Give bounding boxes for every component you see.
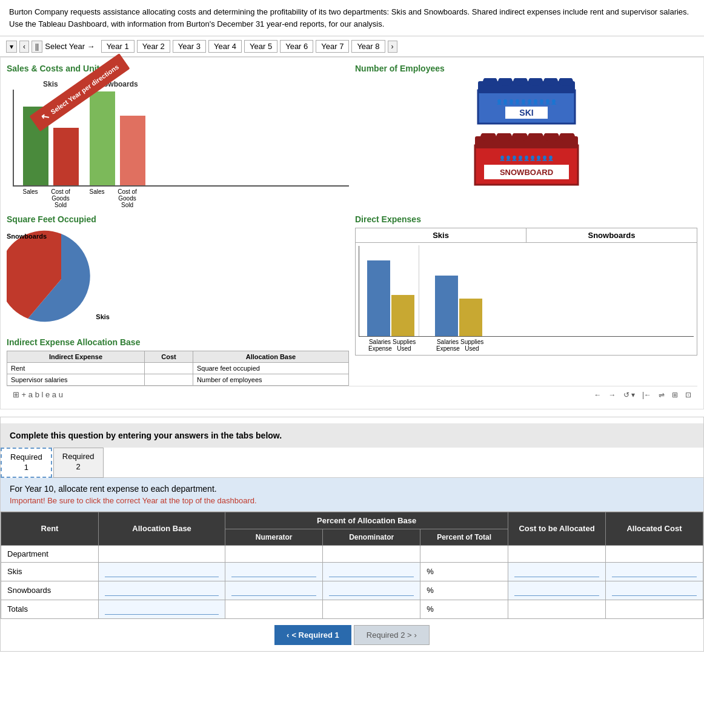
direct-expenses-title: Direct Expenses xyxy=(355,214,697,224)
year-tab-7[interactable]: Year 7 xyxy=(316,40,349,53)
table-row-dept-label: Department xyxy=(1,545,703,562)
skis-alloc-base-input[interactable] xyxy=(105,566,219,577)
col-numerator-header: Numerator xyxy=(225,529,323,545)
skis-numerator-input[interactable] xyxy=(231,566,316,577)
svg-text:👤👤👤👤👤👤👤👤👤: 👤👤👤👤👤👤👤👤👤 xyxy=(499,155,554,161)
required1-button[interactable]: ‹ < Required 1 xyxy=(274,625,351,645)
snowboards-percent-cell: % xyxy=(420,581,508,600)
nav-right-btn[interactable]: › xyxy=(388,41,397,53)
dept-denominator-cell xyxy=(323,545,420,562)
bottom-navigation: ‹ < Required 1 Required 2 > › xyxy=(1,619,703,651)
indirect-col-allocation: Allocation Base xyxy=(193,351,348,363)
toolbar-share-icon[interactable]: ⇌ xyxy=(659,391,665,399)
rent-allocation-table: Rent Allocation Base Percent of Allocati… xyxy=(1,512,703,619)
col-percent-total-header: Percent of Total xyxy=(420,529,508,545)
square-feet-section: Square Feet Occupied Snowboards Skis xyxy=(7,214,349,386)
instruction-warning: Important! Be sure to click the correct … xyxy=(10,496,694,505)
snowboards-denominator-input[interactable] xyxy=(329,585,414,596)
de-axis-skis-supplies: SuppliesUsed xyxy=(393,339,416,352)
tableau-footer: ⊞ + a b l e a u ← → ↺ ▾ |← ⇌ ⊞ ⊡ xyxy=(7,386,697,403)
bar-skis-cogs xyxy=(53,128,79,185)
direct-skis-header: Skis xyxy=(356,228,526,242)
tableau-toolbar[interactable]: ← → ↺ ▾ |← ⇌ ⊞ ⊡ xyxy=(594,391,691,399)
indirect-supervisor-allocation: Number of employees xyxy=(193,374,348,386)
arrow-icon: ↖ xyxy=(38,110,51,124)
snowboards-alloc-base-cell[interactable] xyxy=(98,581,225,600)
col-rent-header: Rent xyxy=(1,512,99,545)
snowboards-numerator-input[interactable] xyxy=(231,585,316,596)
year-tab-6[interactable]: Year 6 xyxy=(280,40,313,53)
skis-alloc-base-cell[interactable] xyxy=(98,562,225,581)
toolbar-grid-icon[interactable]: ⊞ xyxy=(672,391,678,399)
required2-chevron-right: › xyxy=(414,630,417,640)
intro-text: Burton Company requests assistance alloc… xyxy=(0,0,704,36)
sales-costs-title: Sales & Costs and Units Sold xyxy=(7,64,349,73)
snowboards-alloc-base-input[interactable] xyxy=(105,585,219,596)
totals-cost-allocated-cell xyxy=(508,600,606,618)
col-allocation-base-header: Allocation Base xyxy=(98,512,225,545)
svg-text:SNOWBOARD: SNOWBOARD xyxy=(499,168,553,177)
dept-numerator-cell xyxy=(225,545,323,562)
indirect-expense-table: Indirect Expense Cost Allocation Base Re… xyxy=(7,351,349,386)
nav-left-btn[interactable]: ‹ xyxy=(19,41,29,53)
totals-alloc-base-cell[interactable] xyxy=(98,600,225,618)
tab-required1[interactable]: Required1 xyxy=(1,448,52,478)
indirect-row-rent: Rent Square feet occupied xyxy=(7,363,349,374)
indirect-supervisor-label: Supervisor salaries xyxy=(7,374,145,386)
skis-numerator-cell[interactable] xyxy=(225,562,323,581)
year-tab-4[interactable]: Year 4 xyxy=(208,40,242,53)
svg-text:SKI: SKI xyxy=(519,108,533,117)
snowboards-allocated-cost-cell[interactable] xyxy=(606,581,703,600)
skis-denominator-input[interactable] xyxy=(329,566,414,577)
required1-chevron-left: ‹ xyxy=(287,630,289,640)
select-year-label: Select Year → xyxy=(45,42,95,51)
snowboards-allocated-cost-input[interactable] xyxy=(612,585,697,596)
snowboards-numerator-cell[interactable] xyxy=(225,581,323,600)
bar-skis-salaries xyxy=(367,260,390,336)
tab-required2[interactable]: Required2 xyxy=(53,448,104,478)
tableau-logo: ⊞ + a b l e a u xyxy=(13,390,63,399)
axis-label-snow-cogs: Cost ofGoods Sold xyxy=(115,188,140,208)
required2-button[interactable]: Required 2 > › xyxy=(354,625,430,645)
snowboards-cost-allocated-cell[interactable] xyxy=(508,581,606,600)
nav-pause-btn[interactable]: || xyxy=(32,41,42,53)
col-denominator-header: Denominator xyxy=(323,529,420,545)
toolbar-forward-icon[interactable]: → xyxy=(609,391,616,399)
totals-denominator-cell xyxy=(323,600,420,618)
bar-snowboards-sales xyxy=(90,91,115,185)
pie-skis-label: Skis xyxy=(96,313,110,320)
toolbar-refresh-icon[interactable]: ↺ ▾ xyxy=(623,391,635,399)
skis-denominator-cell[interactable] xyxy=(323,562,420,581)
svg-text:👤👤👤👤👤👤👤👤👤👤: 👤👤👤👤👤👤👤👤👤👤 xyxy=(496,99,557,105)
skis-allocated-cost-cell[interactable] xyxy=(606,562,703,581)
required1-button-label: < Required 1 xyxy=(291,630,339,640)
snowboards-cost-allocated-input[interactable] xyxy=(514,585,599,596)
skis-allocated-cost-input[interactable] xyxy=(612,566,697,577)
totals-alloc-base-input[interactable] xyxy=(105,604,219,615)
sales-costs-section: Sales & Costs and Units Sold ↖ Select Ye… xyxy=(7,64,349,208)
totals-numerator-cell xyxy=(225,600,323,618)
bar-snowboards-cogs xyxy=(120,116,145,185)
year-tab-3[interactable]: Year 3 xyxy=(173,40,206,53)
skis-chart-label: Skis xyxy=(43,80,58,88)
toolbar-fullscreen-icon[interactable]: ⊡ xyxy=(685,391,691,399)
dept-percent-cell xyxy=(420,545,508,562)
toolbar-back-icon[interactable]: ← xyxy=(594,391,602,399)
skis-label-cell: Skis xyxy=(1,562,99,581)
year-tab-2[interactable]: Year 2 xyxy=(137,40,170,53)
year-tab-8[interactable]: Year 8 xyxy=(351,40,385,53)
nav-dropdown-btn[interactable]: ▾ xyxy=(6,41,17,53)
year-tab-1[interactable]: Year 1 xyxy=(101,40,134,53)
dept-allocated-cost-cell xyxy=(606,545,703,562)
bar-snowboards-supplies xyxy=(459,299,482,336)
year-tab-5[interactable]: Year 5 xyxy=(244,40,277,53)
skis-cost-allocated-input[interactable] xyxy=(514,566,599,577)
bar-snowboards-salaries xyxy=(435,276,458,336)
col-percent-header: Percent of Allocation Base xyxy=(225,512,508,529)
toolbar-home-icon[interactable]: |← xyxy=(642,391,651,399)
de-axis-snow-supplies: SuppliesUsed xyxy=(460,339,483,352)
skis-percent-cell: % xyxy=(420,562,508,581)
snowboards-denominator-cell[interactable] xyxy=(323,581,420,600)
skis-cost-allocated-cell[interactable] xyxy=(508,562,606,581)
employees-section: Number of Employees 👤👤👤👤👤👤👤� xyxy=(355,64,697,208)
